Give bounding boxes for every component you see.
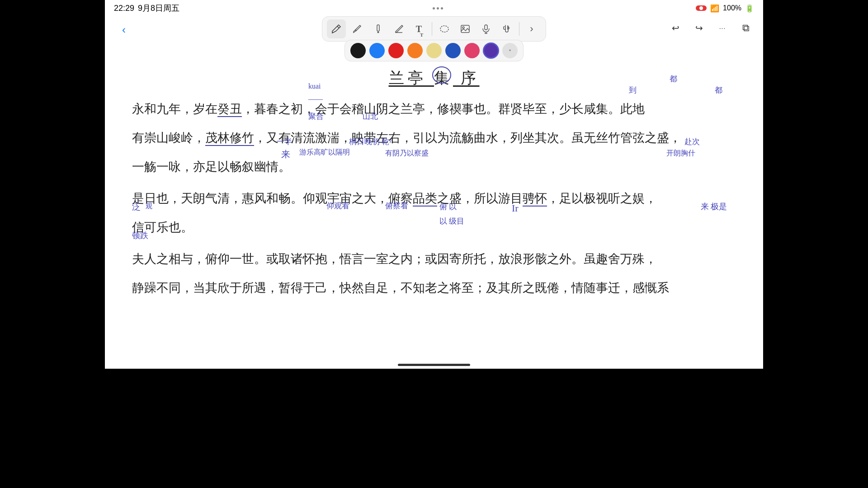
back-button[interactable]: ‹ (114, 20, 134, 40)
svg-point-3 (440, 26, 448, 32)
record-tool-button[interactable] (476, 19, 495, 38)
color-palette: • (344, 40, 524, 61)
color-blue[interactable] (369, 43, 385, 58)
lasso-tool-button[interactable] (435, 19, 454, 38)
pencil-tool-button[interactable] (348, 19, 367, 38)
wifi-icon: 📶 (710, 4, 719, 13)
paragraph-3: 一觞一咏，亦足以畅叙幽情。 来 游乐高旷以隔明 有阴乃以察盛 开朗胸什 (132, 155, 736, 179)
para7-text: 静躁不同，当其欣于所遇，暂得于己，快然自足，不知老之将至；及其所之既倦，情随事迁… (132, 276, 736, 300)
recording-indicator (696, 5, 707, 11)
battery-text: 100% (723, 4, 741, 12)
paragraph-4: 是日也，天朗气清，惠风和畅。仰观宇宙之大，俯察品类之盛，所以游目骋怀，足以极视听… (132, 186, 736, 211)
para6-text: 夫人之相与，俯仰一世。或取诸怀抱，悟言一室之内；或因寄所托，放浪形骸之外。虽趣舍… (132, 247, 736, 271)
paragraph-2: 有崇山峻岭，茂林修竹，又有清流激湍，映带左右，引以为流觞曲水，列坐其次。虽无丝竹… (132, 126, 736, 150)
document-body: 永和九年，岁在癸丑，暮春之初，会于会稽山阴之兰亭，修禊事也。群贤毕至，少长咸集。… (132, 97, 736, 300)
para1-text: 永和九年，岁在癸丑，暮春之初，会于会稽山阴之兰亭，修禊事也。群贤毕至，少长咸集。… (132, 97, 736, 121)
hand-tool-button[interactable] (497, 19, 516, 38)
anno-yangguan: 仰观看 (326, 199, 349, 213)
chevron-right-icon: › (530, 23, 533, 35)
para3-text: 一觞一咏，亦足以畅叙幽情。 (132, 155, 736, 179)
more-tools-button[interactable]: › (522, 19, 541, 38)
anno-du1: 都 (670, 72, 677, 86)
anno-yinj: 到 (629, 83, 637, 98)
svg-rect-6 (485, 25, 487, 30)
back-arrow-icon: ‹ (122, 23, 126, 36)
color-more-button[interactable]: • (502, 43, 518, 58)
color-red[interactable] (388, 43, 404, 58)
dot3 (441, 7, 443, 9)
more-dots-icon: ··· (719, 24, 726, 32)
undo-button[interactable]: ↩ (667, 20, 684, 36)
anno-laiji: 来 极是 (701, 199, 727, 214)
toolbar-divider1 (432, 22, 432, 36)
svg-point-5 (462, 27, 464, 28)
record-dot (699, 6, 703, 10)
anno-long: 游乐高旷以隔明 (299, 145, 350, 159)
color-orange[interactable] (407, 43, 423, 58)
color-pink[interactable] (464, 43, 480, 58)
undo-icon: ↩ (672, 23, 679, 33)
para5-text: 信可乐也。 (132, 215, 736, 239)
eraser-tool-button[interactable] (389, 19, 408, 38)
top-right-actions: ↩ ↪ ··· ⧉ (667, 20, 754, 36)
anno-youyin: 有阴乃以察盛 (385, 146, 429, 160)
copy-page-button[interactable]: ⧉ (738, 20, 754, 36)
svg-point-0 (355, 30, 357, 31)
para2-text: 有崇山峻岭，茂林修竹，又有清流激湍，映带左右，引以为流觞曲水，列坐其次。虽无丝竹… (132, 126, 736, 150)
image-tool-button[interactable] (456, 19, 475, 38)
home-indicator (398, 364, 470, 366)
status-center-dots (433, 7, 443, 9)
color-black[interactable] (350, 43, 366, 58)
status-bar: 22:29 9月8日周五 📶 100% 🔋 (105, 0, 763, 16)
text-sub-icon: T (420, 32, 423, 38)
time-display: 22:29 (114, 4, 134, 13)
anno-fan: 泛 (132, 199, 141, 215)
anno-dunde: 顿跌 (132, 228, 148, 243)
color-darkblue[interactable] (445, 43, 461, 58)
anno-kailang: 开朗胸什 (666, 146, 695, 160)
anno-lai: 来 (281, 145, 290, 163)
text-tool-button[interactable]: T T (410, 19, 429, 38)
anno-guan: 观 (146, 200, 152, 213)
dot1 (433, 7, 435, 9)
color-purple[interactable] (483, 43, 499, 58)
paragraph-5: 信可乐也。 顿跌 (132, 215, 736, 239)
toolbar-divider2 (519, 22, 519, 36)
anno-fucha: 俯察看 (385, 199, 408, 213)
dot2 (437, 7, 439, 9)
more-options-button[interactable]: ··· (714, 20, 731, 36)
pen-tool-button[interactable] (327, 19, 346, 38)
copy-icon: ⧉ (742, 22, 750, 34)
paragraph-1: 永和九年，岁在癸丑，暮春之初，会于会稽山阴之兰亭，修禊事也。群贤毕至，少长咸集。… (132, 97, 736, 121)
document-title-area: 兰亭 集 序 (132, 68, 736, 89)
ellipsis-icon: • (509, 47, 511, 54)
color-yellow[interactable] (426, 43, 442, 58)
para4-text: 是日也，天朗气清，惠风和畅。仰观宇宙之大，俯察品类之盛，所以游目骋怀，足以极视听… (132, 186, 736, 211)
anno-kuai: kuai (308, 80, 321, 93)
status-time-date: 22:29 9月8日周五 (114, 3, 179, 14)
anno-shanci: 山北 (363, 109, 378, 124)
anno-du2: 都 (715, 83, 722, 98)
marker-tool-button[interactable] (368, 19, 387, 38)
status-right: 📶 100% 🔋 (696, 4, 754, 13)
document-content: 兰亭 集 序 永和九年，岁在癸丑，暮春之初，会于会稽山阴之兰亭，修禊事也。群贤毕… (105, 59, 763, 355)
document-title: 兰亭 集 序 (389, 70, 480, 86)
anno-kuai-line: —— (308, 92, 323, 106)
battery-icon: 🔋 (745, 4, 754, 13)
anno-jijie: 聚合 (308, 109, 324, 124)
date-display: 9月8日周五 (138, 3, 179, 14)
redo-icon: ↪ (695, 23, 703, 33)
paragraph-6: 夫人之相与，俯仰一世。或取诸怀抱，悟言一室之内；或因寄所托，放浪形骸之外。虽趣舍… (132, 247, 736, 271)
drawing-toolbar: T T (322, 16, 546, 42)
svg-point-9 (433, 67, 451, 83)
paragraph-7: 静躁不同，当其欣于所遇，暂得于己，快然自足，不知老之将至；及其所之既倦，情随事迁… (132, 276, 736, 300)
svg-rect-1 (377, 25, 379, 31)
redo-button[interactable]: ↪ (691, 20, 707, 36)
